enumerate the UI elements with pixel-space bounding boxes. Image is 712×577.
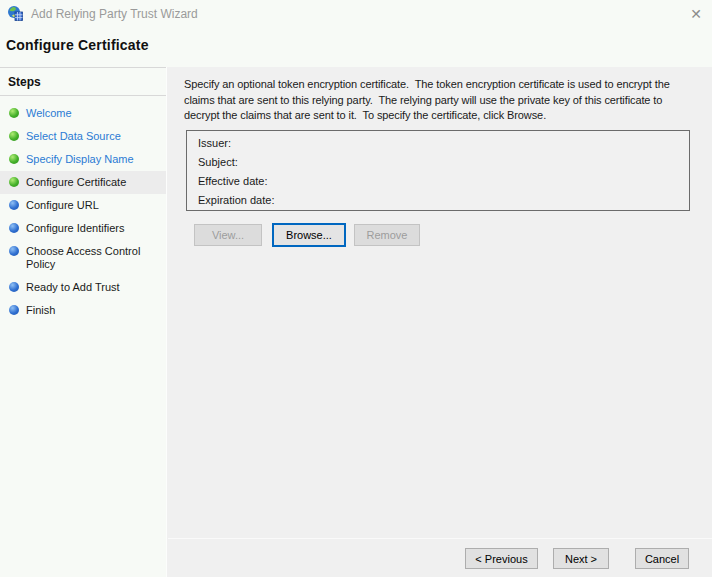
- next-button[interactable]: Next >: [553, 548, 609, 569]
- step-bullet-icon: [9, 108, 19, 118]
- adfs-wizard-icon: [7, 5, 23, 21]
- step-bullet-icon: [9, 177, 19, 187]
- previous-button[interactable]: < Previous: [465, 548, 538, 569]
- sidebar-item-configure-certificate: Configure Certificate: [0, 171, 166, 194]
- step-label: Configure Identifiers: [26, 222, 124, 234]
- step-bullet-icon: [9, 246, 19, 256]
- main-panel: Specify an optional token encryption cer…: [166, 67, 712, 577]
- certificate-field-subject: Subject:: [187, 153, 689, 172]
- sidebar-item-ready-to-add-trust: Ready to Add Trust: [0, 276, 166, 299]
- window-title: Add Relying Party Trust Wizard: [31, 7, 198, 21]
- step-bullet-icon: [9, 305, 19, 315]
- step-label: Choose Access Control Policy: [26, 245, 140, 270]
- browse-button[interactable]: Browse...: [272, 223, 346, 247]
- steps-sidebar: Steps WelcomeSelect Data SourceSpecify D…: [0, 67, 166, 577]
- view-button[interactable]: View...: [194, 224, 262, 246]
- step-label: Welcome: [26, 107, 72, 119]
- step-bullet-icon: [9, 282, 19, 292]
- sidebar-item-configure-identifiers: Configure Identifiers: [0, 217, 166, 240]
- step-label: Configure Certificate: [26, 176, 126, 188]
- certificate-info-box: Issuer:Subject:Effective date:Expiration…: [186, 130, 690, 211]
- steps-list: WelcomeSelect Data SourceSpecify Display…: [0, 96, 166, 322]
- sidebar-item-specify-display-name[interactable]: Specify Display Name: [0, 148, 166, 171]
- title-band: Add Relying Party Trust Wizard ✕ Configu…: [0, 0, 712, 67]
- steps-header: Steps: [0, 68, 166, 96]
- page-title: Configure Certificate: [6, 37, 149, 53]
- step-bullet-icon: [9, 200, 19, 210]
- step-label: Ready to Add Trust: [26, 281, 120, 293]
- sidebar-item-finish: Finish: [0, 299, 166, 322]
- step-label: Select Data Source: [26, 130, 121, 142]
- step-label: Configure URL: [26, 199, 99, 211]
- step-bullet-icon: [9, 223, 19, 233]
- cancel-button[interactable]: Cancel: [635, 548, 689, 569]
- sidebar-item-configure-url: Configure URL: [0, 194, 166, 217]
- step-label: Finish: [26, 304, 55, 316]
- certificate-field-expiration-date: Expiration date:: [187, 191, 689, 210]
- sidebar-item-select-data-source[interactable]: Select Data Source: [0, 125, 166, 148]
- sidebar-item-choose-access-control-policy: Choose Access Control Policy: [0, 240, 166, 276]
- remove-button[interactable]: Remove: [354, 224, 420, 246]
- step-bullet-icon: [9, 131, 19, 141]
- footer-divider: [168, 538, 712, 539]
- add-relying-party-trust-wizard-dialog: Add Relying Party Trust Wizard ✕ Configu…: [0, 0, 712, 577]
- step-description: Specify an optional token encryption cer…: [184, 77, 696, 124]
- step-bullet-icon: [9, 154, 19, 164]
- sidebar-item-welcome[interactable]: Welcome: [0, 102, 166, 125]
- certificate-field-effective-date: Effective date:: [187, 172, 689, 191]
- step-label: Specify Display Name: [26, 153, 134, 165]
- certificate-field-issuer: Issuer:: [187, 134, 689, 153]
- close-icon[interactable]: ✕: [686, 4, 706, 24]
